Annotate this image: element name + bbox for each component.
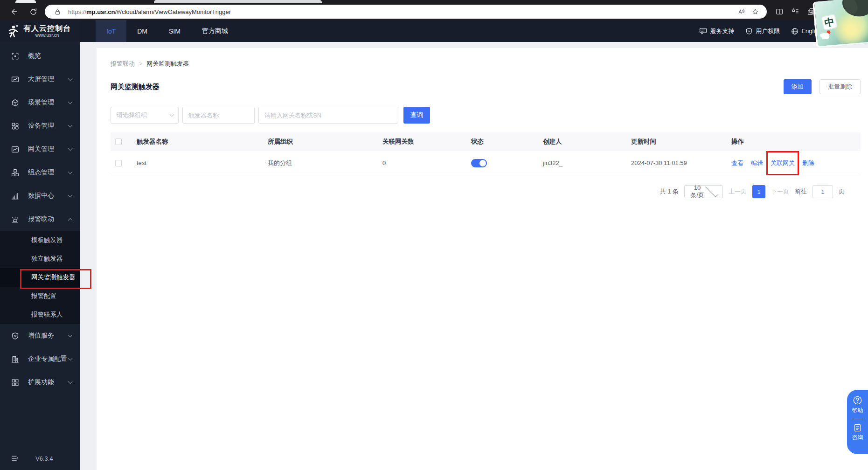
chevron-down-icon xyxy=(68,356,73,361)
favorite-star-icon[interactable] xyxy=(748,6,762,18)
tab-iot[interactable]: IoT xyxy=(96,20,126,42)
read-aloud-icon[interactable] xyxy=(734,6,748,18)
chevron-down-icon xyxy=(68,333,73,338)
breadcrumb-parent[interactable]: 报警联动 xyxy=(111,60,135,68)
url-path: /#/cloud/alarm/ViewGatewayMonitorTrigger xyxy=(115,8,231,15)
trigger-table: 触发器名称 所属组织 关联网关数 状态 创建人 更新时间 操作 test 我的分… xyxy=(111,132,861,175)
user-permissions[interactable]: 用户权限 xyxy=(745,27,780,35)
favorites-bar-icon[interactable] xyxy=(787,5,803,18)
edit-link[interactable]: 编辑 xyxy=(751,159,763,167)
globe-icon xyxy=(791,28,799,35)
row-checkbox[interactable] xyxy=(115,160,122,166)
column-header: 创建人 xyxy=(543,138,631,146)
table-header-row: 触发器名称 所属组织 关联网关数 状态 创建人 更新时间 操作 xyxy=(111,132,861,151)
cell-org: 我的分组 xyxy=(268,159,382,167)
breadcrumb-separator: > xyxy=(139,61,142,67)
back-icon[interactable] xyxy=(6,5,21,18)
sidebar-item-extensions[interactable]: 扩展功能 xyxy=(0,371,80,394)
title-actions: 添加 批量删除 xyxy=(784,79,861,94)
page-title: 网关监测触发器 xyxy=(111,83,160,91)
page-size-select[interactable]: 10条/页 xyxy=(684,185,723,198)
sidebar-item-data-center[interactable]: 数据中心 xyxy=(0,184,80,207)
help-label[interactable]: 帮助 xyxy=(852,407,863,415)
sidebar-item-scene-mgmt[interactable]: 场景管理 xyxy=(0,91,80,114)
org-select-placeholder: 请选择组织 xyxy=(117,111,170,119)
sidebar-item-overview[interactable]: 概览 xyxy=(0,44,80,68)
pagination-total: 共 1 条 xyxy=(660,187,679,196)
scene-icon xyxy=(11,99,19,107)
current-page-button[interactable]: 1 xyxy=(752,185,765,198)
view-link[interactable]: 查看 xyxy=(731,159,743,167)
next-page-button[interactable]: 下一页 xyxy=(771,187,789,196)
service-support[interactable]: 服务支持 xyxy=(699,27,734,35)
overview-icon xyxy=(11,52,19,60)
sidebar-subitem-alarm-contacts[interactable]: 报警联系人 xyxy=(0,305,80,324)
gateway-name-sn-input[interactable] xyxy=(258,107,398,124)
org-select[interactable]: 请选择组织 xyxy=(111,107,179,124)
goto-unit-label: 页 xyxy=(839,187,845,196)
goto-page-input[interactable] xyxy=(812,185,833,198)
address-bar[interactable]: https://mp.usr.cn/#/cloud/alarm/ViewGate… xyxy=(45,5,767,19)
document-icon[interactable] xyxy=(853,423,862,432)
chat-bubble-icon xyxy=(699,27,707,35)
app-logo[interactable]: 有人云控制台 www.usr.cn xyxy=(0,20,80,42)
prev-page-button[interactable]: 上一页 xyxy=(729,187,747,196)
sidebar-subitem-template-trigger[interactable]: 模板触发器 xyxy=(0,231,80,249)
sidebar: 概览 大屏管理 场景管理 设备管理 网关管理 组态管理 数据中心 报警联动 模板… xyxy=(0,42,80,470)
sidebar-item-gateway-mgmt[interactable]: 网关管理 xyxy=(0,138,80,161)
url-scheme: https:// xyxy=(68,8,86,15)
chevron-down-icon xyxy=(68,380,73,384)
chevron-down-icon xyxy=(170,112,174,117)
sidebar-item-configuration-mgmt[interactable]: 组态管理 xyxy=(0,161,80,184)
sidebar-label: 场景管理 xyxy=(28,98,69,107)
batch-delete-button[interactable]: 批量删除 xyxy=(819,79,861,94)
user-permissions-label: 用户权限 xyxy=(756,27,780,35)
sidebar-subitem-gateway-monitor-trigger[interactable]: 网关监测触发器 xyxy=(0,268,80,287)
collapse-sidebar-icon[interactable] xyxy=(11,455,19,462)
sidebar-label: 设备管理 xyxy=(28,122,69,130)
sidebar-item-enterprise-config[interactable]: 企业专属配置 xyxy=(0,347,80,371)
sidebar-item-device-mgmt[interactable]: 设备管理 xyxy=(0,114,80,138)
sidebar-item-alarm-linkage[interactable]: 报警联动 xyxy=(0,207,80,231)
delete-link[interactable]: 删除 xyxy=(802,159,814,167)
select-all-checkbox[interactable] xyxy=(115,138,122,145)
tab-sim[interactable]: SIM xyxy=(158,20,191,42)
consult-label[interactable]: 咨询 xyxy=(852,434,863,442)
tab-dm[interactable]: DM xyxy=(126,20,158,42)
widget-divider xyxy=(852,419,864,419)
avatar-art: 中 xyxy=(812,0,868,48)
chevron-down-icon xyxy=(68,123,73,128)
site-security-icon[interactable] xyxy=(50,6,64,18)
search-button[interactable]: 查询 xyxy=(403,107,430,124)
column-header: 状态 xyxy=(471,138,543,146)
goto-label: 前往 xyxy=(795,187,807,196)
plugin-avatar[interactable]: 中 xyxy=(812,0,868,47)
sidebar-subitem-alarm-config[interactable]: 报警配置 xyxy=(0,287,80,305)
link-gateway-link[interactable]: 关联网关 xyxy=(771,159,795,166)
url-text[interactable]: https://mp.usr.cn/#/cloud/alarm/ViewGate… xyxy=(68,8,734,15)
sidebar-subitem-independent-trigger[interactable]: 独立触发器 xyxy=(0,249,80,268)
help-icon[interactable] xyxy=(853,395,862,405)
table-row: test 我的分组 0 jin322_ 2024-07-30 11:01:59 … xyxy=(111,151,861,175)
sidebar-item-value-added-services[interactable]: 增值服务 xyxy=(0,324,80,347)
sidebar-item-screen-mgmt[interactable]: 大屏管理 xyxy=(0,68,80,91)
sidebar-label: 网关管理 xyxy=(28,145,69,153)
value-added-icon xyxy=(11,332,19,340)
trigger-name-input[interactable] xyxy=(182,107,255,124)
add-button[interactable]: 添加 xyxy=(784,79,812,94)
cell-creator: jin322_ xyxy=(543,159,631,166)
refresh-icon[interactable] xyxy=(25,5,41,18)
header-right-group: 服务支持 用户权限 English xyxy=(699,20,821,42)
status-toggle[interactable] xyxy=(471,159,487,167)
usr-logo-icon xyxy=(6,24,20,38)
split-screen-icon[interactable] xyxy=(771,5,787,18)
breadcrumb-current: 网关监测触发器 xyxy=(146,60,189,68)
shield-icon xyxy=(745,28,753,35)
chevron-down-icon xyxy=(68,193,73,198)
sidebar-label: 大屏管理 xyxy=(28,75,69,83)
tab-official-store[interactable]: 官方商城 xyxy=(191,20,239,42)
browser-active-tab-sliver xyxy=(154,0,322,3)
chevron-down-icon xyxy=(705,185,718,197)
data-center-icon xyxy=(11,192,19,200)
avatar-badge: 中 xyxy=(821,14,838,31)
